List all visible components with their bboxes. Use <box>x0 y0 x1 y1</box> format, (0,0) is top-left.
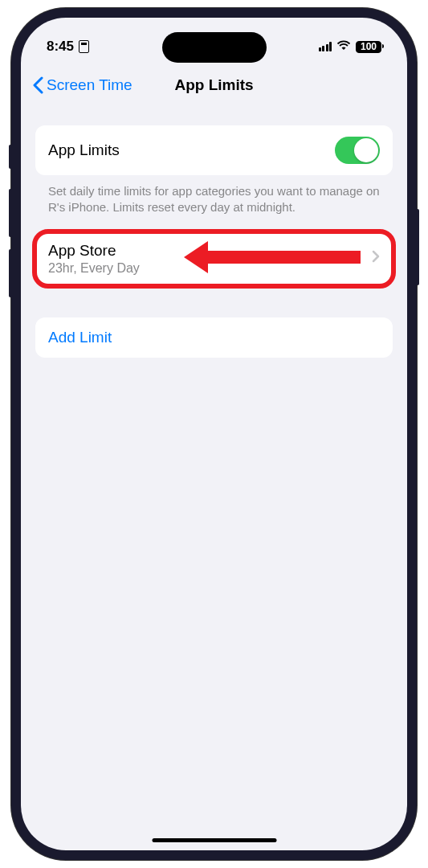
app-store-limit-row[interactable]: App Store 23hr, Every Day <box>35 232 393 285</box>
add-limit-card: Add Limit <box>35 317 393 358</box>
chevron-left-icon <box>32 76 43 94</box>
limit-title: App Store <box>48 242 140 260</box>
home-indicator[interactable] <box>152 838 276 842</box>
arrow-annotation <box>184 238 365 280</box>
add-limit-label: Add Limit <box>48 329 112 346</box>
status-right: 100 <box>319 39 382 55</box>
app-store-limit-card: App Store 23hr, Every Day <box>35 232 393 285</box>
chevron-right-icon <box>372 250 380 267</box>
power-button <box>416 209 419 285</box>
app-limits-toggle-card: App Limits <box>35 125 393 175</box>
back-button[interactable]: Screen Time <box>32 76 132 94</box>
phone-frame: 8:45 100 <box>11 8 417 860</box>
sim-card-icon <box>79 40 89 53</box>
status-time: 8:45 <box>47 39 74 55</box>
add-limit-button[interactable]: Add Limit <box>35 317 393 358</box>
limit-subtitle: 23hr, Every Day <box>48 261 140 276</box>
app-limits-toggle[interactable] <box>335 137 380 164</box>
status-left: 8:45 <box>47 39 89 55</box>
battery-icon: 100 <box>356 41 381 53</box>
dynamic-island <box>162 32 267 63</box>
nav-title: App Limits <box>174 76 253 94</box>
toggle-label: App Limits <box>48 141 120 159</box>
silent-switch <box>9 145 12 169</box>
limit-info: App Store 23hr, Every Day <box>48 242 140 276</box>
nav-bar: Screen Time App Limits <box>21 64 407 106</box>
volume-down-button <box>9 249 12 297</box>
phone-screen: 8:45 100 <box>21 18 407 850</box>
cellular-signal-icon <box>319 42 332 51</box>
toggle-description: Set daily time limits for app categories… <box>35 175 393 232</box>
volume-up-button <box>9 189 12 237</box>
content-area: App Limits Set daily time limits for app… <box>21 106 407 358</box>
battery-level: 100 <box>361 41 377 52</box>
wifi-icon <box>336 39 351 55</box>
back-label: Screen Time <box>47 76 132 94</box>
app-limits-toggle-row[interactable]: App Limits <box>35 125 393 175</box>
